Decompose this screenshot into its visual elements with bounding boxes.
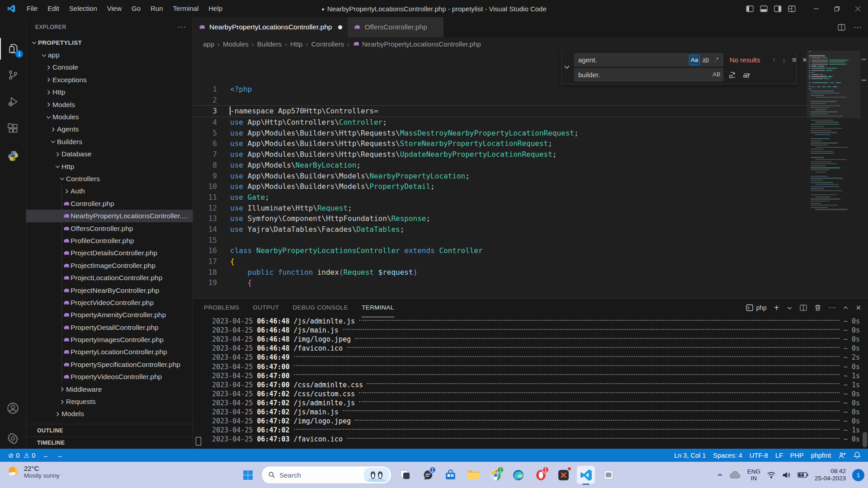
breadcrumb-item[interactable]: NearbyPropertyLocationsController.php <box>353 40 481 48</box>
terminal-dropdown-icon[interactable] <box>787 305 793 311</box>
taskbar-icon-store[interactable] <box>441 466 459 484</box>
start-button[interactable] <box>239 466 257 484</box>
kill-terminal-icon[interactable] <box>814 304 821 311</box>
breadcrumb-item[interactable]: Controllers <box>311 40 344 48</box>
battery-icon[interactable] <box>797 472 808 478</box>
python-icon[interactable] <box>0 145 26 167</box>
tree-file-propertyspecificationcontroller-php[interactable]: PropertySpecificationController.php <box>26 358 193 371</box>
toggle-sidebar-icon[interactable] <box>746 5 754 13</box>
tree-folder-middleware[interactable]: Middleware <box>26 383 193 395</box>
taskbar-icon-opera[interactable]: 1 <box>532 466 550 484</box>
code-line-13[interactable]: 13use Symfony\Component\HttpFoundation\R… <box>193 213 807 224</box>
code-line-2[interactable]: 2 <box>193 95 807 106</box>
tree-file-propertyvideoscontroller-php[interactable]: PropertyVideosController.php <box>26 371 193 383</box>
tree-folder-controllers[interactable]: Controllers <box>26 173 193 185</box>
code-editor[interactable]: 1<?php23-namespace App570Http\Controller… <box>193 51 868 298</box>
tree-file-profilecontroller-php[interactable]: ProfileController.php <box>26 235 193 247</box>
status-indentation[interactable]: Spaces: 4 <box>709 449 746 462</box>
overview-ruler[interactable] <box>860 51 868 298</box>
navigate-back-icon[interactable]: ← <box>39 449 53 462</box>
status-language-mode[interactable]: PHP <box>787 449 807 462</box>
status-formatter[interactable]: phpfmt <box>807 449 835 462</box>
code-line-8[interactable]: 8use App\Models\NearByLocation; <box>193 160 807 171</box>
taskbar-search[interactable]: Search <box>261 466 392 484</box>
tree-file-propertydetailcontroller-php[interactable]: PropertyDetailController.php <box>26 321 193 333</box>
tree-file-controller-php[interactable]: Controller.php <box>26 197 193 210</box>
tree-file-projectlocationcontroller-php[interactable]: ProjectLocationController.php <box>26 272 193 284</box>
terminal-shell-chip[interactable]: php <box>746 304 766 311</box>
tree-file-projectvideocontroller-php[interactable]: ProjectVideoController.php <box>26 296 193 309</box>
replace-input[interactable] <box>574 68 723 81</box>
menu-file[interactable]: File <box>22 3 42 14</box>
code-line-10[interactable]: 10use App\Modules\Builders\Models\Proper… <box>193 181 807 192</box>
search-daily-image[interactable] <box>364 468 389 482</box>
status-eol[interactable]: LF <box>772 449 787 462</box>
toggle-secondary-sidebar-icon[interactable] <box>774 5 782 13</box>
code-line-3[interactable]: 3-namespace App570Http\Controllers= <box>193 105 807 117</box>
navigate-forward-icon[interactable]: → <box>53 449 67 462</box>
taskbar-icon-edge[interactable] <box>509 466 527 484</box>
explorer-icon[interactable]: 1 <box>0 38 27 60</box>
code-line-18[interactable]: 18 public function index(Request $reques… <box>193 267 807 278</box>
menu-help[interactable]: Help <box>203 3 227 14</box>
panel-tab-terminal[interactable]: TERMINAL <box>362 299 394 317</box>
account-icon[interactable] <box>0 397 26 419</box>
code-content[interactable]: 1<?php23-namespace App570Http\Controller… <box>193 84 807 288</box>
whole-word-button[interactable]: ab <box>701 55 711 64</box>
tree-folder-modules[interactable]: Modules <box>26 111 193 123</box>
volume-icon[interactable] <box>782 471 791 479</box>
new-terminal-icon[interactable]: + <box>774 303 779 313</box>
explorer-actions-icon[interactable]: ··· <box>178 23 186 31</box>
code-line-15[interactable]: 15 <box>193 235 807 246</box>
tree-file-projectimagecontroller-php[interactable]: ProjectImageController.php <box>26 259 193 272</box>
code-line-9[interactable]: 9use App\Modules\Builders\Models\NearbyP… <box>193 171 807 182</box>
problems-status[interactable]: ⊘0 ⚠0 <box>5 449 39 462</box>
tree-file-nearbypropertylocationscontroller-php[interactable]: NearbyPropertyLocationsController.php <box>26 210 193 222</box>
taskbar-icon-dev-app[interactable] <box>554 466 572 484</box>
taskbar-icon-file-explorer[interactable] <box>464 466 482 484</box>
tree-file-projectdetailscontroller-php[interactable]: ProjectDetailsController.php <box>26 247 193 259</box>
preserve-case-button[interactable]: AB <box>712 70 722 79</box>
tree-folder-builders[interactable]: Builders <box>26 136 193 148</box>
maximize-button[interactable] <box>826 0 847 17</box>
taskbar-icon-chat[interactable]: 1 <box>419 466 437 484</box>
tree-file-propertyimagescontroller-php[interactable]: PropertyImagesController.php <box>26 333 193 346</box>
menu-go[interactable]: Go <box>127 3 146 14</box>
tree-folder-database[interactable]: Database <box>26 148 193 160</box>
code-line-5[interactable]: 5use App\Modules\Builders\Http\Requests\… <box>193 128 807 139</box>
language-indicator[interactable]: ENGIN <box>747 468 760 482</box>
breadcrumb-item[interactable]: Builders <box>257 40 282 48</box>
replace-one-icon[interactable] <box>729 71 736 79</box>
taskbar-icon-task-view[interactable] <box>396 466 414 484</box>
code-line-1[interactable]: 1<?php <box>193 84 807 95</box>
taskbar-icon-window-app[interactable] <box>599 466 618 484</box>
find-in-selection-icon[interactable]: ≡ <box>792 56 796 64</box>
tree-folder-requests[interactable]: Requests <box>26 395 193 408</box>
tree-file-projectnearbycontroller-php[interactable]: ProjectNearByController.php <box>26 284 193 296</box>
code-line-16[interactable]: 16class NearbyPropertyLocationsControlle… <box>193 245 807 256</box>
menu-run[interactable]: Run <box>146 3 168 14</box>
menu-selection[interactable]: Selection <box>64 3 102 14</box>
tree-file-propertylocationcontroller-php[interactable]: PropertyLocationController.php <box>26 346 193 358</box>
tree-folder-auth[interactable]: Auth <box>26 185 193 197</box>
timeline-section[interactable]: TIMELINE <box>26 436 193 450</box>
tree-folder-exceptions[interactable]: Exceptions <box>26 74 193 86</box>
minimize-button[interactable] <box>806 0 826 17</box>
minimap[interactable] <box>807 51 860 298</box>
find-next-icon[interactable]: ↓ <box>782 56 786 64</box>
regex-button[interactable]: .* <box>712 55 722 64</box>
editor-more-actions-icon[interactable]: ··· <box>854 23 862 32</box>
tree-file-offerscontroller-php[interactable]: OffersController.php <box>26 222 193 235</box>
code-line-11[interactable]: 11use Gate; <box>193 192 807 203</box>
onedrive-icon[interactable] <box>729 471 741 479</box>
vscode-logo-icon[interactable] <box>7 5 15 13</box>
tray-chevron-icon[interactable] <box>717 472 723 478</box>
extensions-icon[interactable] <box>0 118 26 140</box>
terminal-scrollbar[interactable] <box>863 432 867 447</box>
close-button[interactable] <box>847 0 868 17</box>
tree-file-propertyamenitycontroller-php[interactable]: PropertyAmenityController.php <box>26 309 193 321</box>
tree-folder-http[interactable]: Http <box>26 86 193 99</box>
panel-tab-debug-console[interactable]: DEBUG CONSOLE <box>292 299 348 317</box>
editor-tab[interactable]: NearbyPropertyLocationsController.php <box>193 17 348 37</box>
code-line-17[interactable]: 17{ <box>193 256 807 267</box>
